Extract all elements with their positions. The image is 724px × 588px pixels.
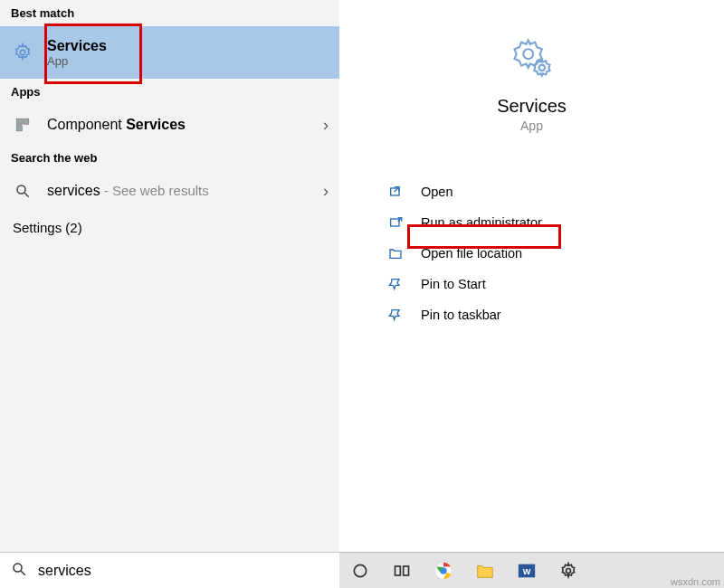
taskbar-chrome[interactable]	[423, 553, 464, 589]
chevron-right-icon: ›	[323, 182, 329, 201]
admin-shield-icon	[386, 213, 405, 232]
action-open-file-location[interactable]: Open file location	[386, 238, 724, 269]
apps-item-prefix: Component	[47, 117, 126, 132]
action-open[interactable]: Open	[386, 176, 724, 207]
best-match-subtitle: App	[47, 54, 107, 68]
taskbar-task-view[interactable]	[381, 553, 423, 589]
action-open-label: Open	[421, 185, 452, 199]
search-icon	[11, 561, 27, 581]
action-run-as-administrator[interactable]: Run as administrator	[386, 207, 724, 238]
open-icon	[386, 183, 405, 201]
action-pin-start-label: Pin to Start	[421, 277, 486, 291]
svg-point-4	[17, 185, 25, 194]
settings-results[interactable]: Settings (2)	[0, 211, 339, 244]
best-match-title: Services	[47, 38, 107, 54]
taskbar-cortana[interactable]	[339, 553, 381, 589]
taskbar-word[interactable]: W	[506, 553, 548, 589]
chevron-right-icon: ›	[323, 116, 329, 135]
web-header: Search the web	[0, 145, 339, 171]
app-title: Services	[497, 96, 567, 117]
apps-result-component-services[interactable]: Component Services ›	[0, 105, 339, 145]
svg-point-6	[523, 49, 533, 59]
pin-icon	[386, 275, 405, 293]
svg-rect-13	[395, 566, 401, 575]
apps-item-bold: Services	[126, 117, 186, 132]
svg-point-12	[354, 564, 366, 576]
web-result-services[interactable]: services - See web results ›	[0, 171, 339, 211]
svg-rect-14	[404, 566, 409, 575]
svg-text:W: W	[523, 566, 531, 575]
taskbar: W	[339, 552, 724, 588]
svg-point-19	[567, 568, 571, 573]
svg-point-7	[538, 65, 545, 71]
gear-icon	[11, 41, 34, 64]
web-item-text: services	[47, 183, 100, 198]
app-subtitle: App	[520, 119, 543, 133]
folder-icon	[386, 244, 405, 262]
svg-point-0	[20, 50, 25, 55]
svg-rect-1	[16, 119, 22, 124]
taskbar-settings[interactable]	[548, 553, 589, 589]
apps-header: Apps	[0, 79, 339, 105]
action-pin-to-taskbar[interactable]: Pin to taskbar	[386, 299, 724, 330]
action-pin-taskbar-label: Pin to taskbar	[421, 308, 501, 322]
best-match-header: Best match	[0, 0, 339, 26]
watermark: wsxdn.com	[671, 576, 720, 587]
svg-line-11	[21, 571, 25, 575]
taskbar-file-explorer[interactable]	[464, 553, 506, 589]
action-pin-to-start[interactable]: Pin to Start	[386, 269, 724, 299]
svg-point-10	[14, 564, 22, 572]
best-match-result[interactable]: Services App	[0, 26, 339, 79]
action-run-admin-label: Run as administrator	[421, 215, 542, 230]
svg-line-5	[24, 193, 29, 197]
search-bar[interactable]	[0, 552, 339, 588]
pin-icon	[386, 306, 405, 324]
action-open-loc-label: Open file location	[421, 246, 522, 261]
search-icon	[11, 179, 34, 203]
svg-rect-3	[16, 126, 22, 131]
component-services-icon	[11, 113, 34, 137]
svg-rect-2	[24, 119, 29, 124]
svg-rect-9	[391, 219, 399, 226]
services-app-icon	[509, 34, 556, 81]
search-input[interactable]	[38, 563, 329, 579]
web-item-suffix: - See web results	[100, 183, 209, 198]
